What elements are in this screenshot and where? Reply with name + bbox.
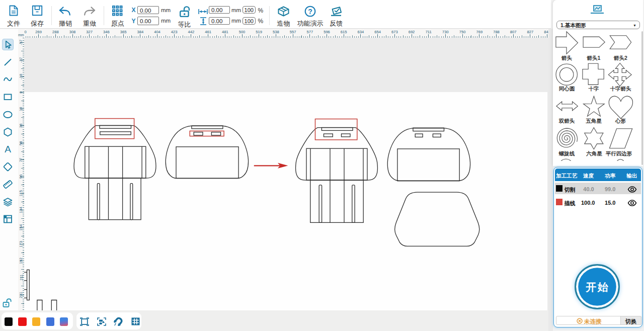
svg-text:77: 77 [19, 158, 24, 162]
svg-text:-18: -18 [19, 74, 24, 79]
svg-text:288: 288 [52, 30, 59, 34]
svg-text:19: 19 [19, 107, 24, 111]
svg-text:38: 38 [19, 124, 24, 128]
svg-text:96: 96 [19, 175, 24, 179]
svg-text:平行四边形: 平行四边形 [606, 150, 632, 156]
svg-text:500: 500 [239, 30, 246, 34]
svg-text:308: 308 [69, 30, 76, 34]
svg-text:750: 750 [459, 30, 466, 34]
svg-text:心形: 心形 [615, 118, 626, 124]
svg-text:442: 442 [188, 30, 195, 34]
svg-text:箭头: 箭头 [561, 55, 573, 61]
svg-text:269: 269 [35, 30, 42, 34]
svg-text:箭头1: 箭头1 [587, 55, 601, 61]
svg-text:711: 711 [426, 30, 432, 34]
svg-text:519: 519 [256, 30, 262, 34]
svg-text:154: 154 [19, 224, 24, 231]
svg-text:807: 807 [510, 30, 517, 34]
svg-text:538: 538 [273, 30, 279, 34]
svg-text:A: A [5, 144, 11, 154]
svg-text:730: 730 [442, 30, 449, 34]
svg-text:双箭头: 双箭头 [558, 118, 575, 124]
svg-text:0: 0 [19, 92, 24, 94]
svg-text:十字: 十字 [589, 86, 599, 92]
svg-text:螺旋线: 螺旋线 [558, 150, 575, 156]
svg-text:134: 134 [19, 207, 24, 213]
svg-text:788: 788 [493, 30, 500, 34]
svg-text:十字箭头: 十字箭头 [610, 86, 631, 92]
svg-text:173: 173 [19, 241, 24, 247]
svg-text:827: 827 [527, 30, 534, 34]
svg-text:673: 673 [391, 30, 398, 34]
svg-text:同心圆: 同心圆 [559, 86, 575, 92]
svg-text:58: 58 [19, 141, 24, 145]
svg-text:769: 769 [476, 30, 482, 34]
svg-text:?: ? [308, 8, 312, 16]
svg-text:-37: -37 [19, 57, 24, 63]
svg-text:577: 577 [306, 30, 313, 34]
svg-text:115: 115 [19, 190, 24, 196]
svg-text:423: 423 [171, 30, 178, 34]
svg-text:596: 596 [324, 30, 330, 34]
svg-text:365: 365 [120, 30, 127, 34]
svg-text:654: 654 [374, 30, 381, 34]
svg-text:-57: -57 [19, 40, 24, 45]
svg-text:404: 404 [154, 30, 160, 34]
svg-text:192: 192 [19, 258, 24, 264]
svg-text:五角星: 五角星 [586, 118, 602, 124]
svg-text:557: 557 [290, 30, 296, 34]
svg-text:211: 211 [19, 274, 24, 280]
svg-text:384: 384 [137, 30, 143, 34]
svg-text:箭头2: 箭头2 [613, 55, 627, 61]
svg-text:346: 346 [103, 30, 110, 34]
svg-text:461: 461 [205, 30, 211, 34]
svg-text:0: 0 [24, 30, 26, 34]
svg-text:615: 615 [341, 30, 347, 34]
svg-text:327: 327 [86, 30, 93, 34]
svg-text:692: 692 [409, 30, 415, 34]
svg-text:六角星: 六角星 [586, 150, 602, 156]
svg-text:231: 231 [19, 292, 24, 298]
svg-text:846: 846 [544, 30, 548, 34]
svg-text:634: 634 [358, 30, 364, 34]
svg-text:481: 481 [222, 30, 228, 34]
